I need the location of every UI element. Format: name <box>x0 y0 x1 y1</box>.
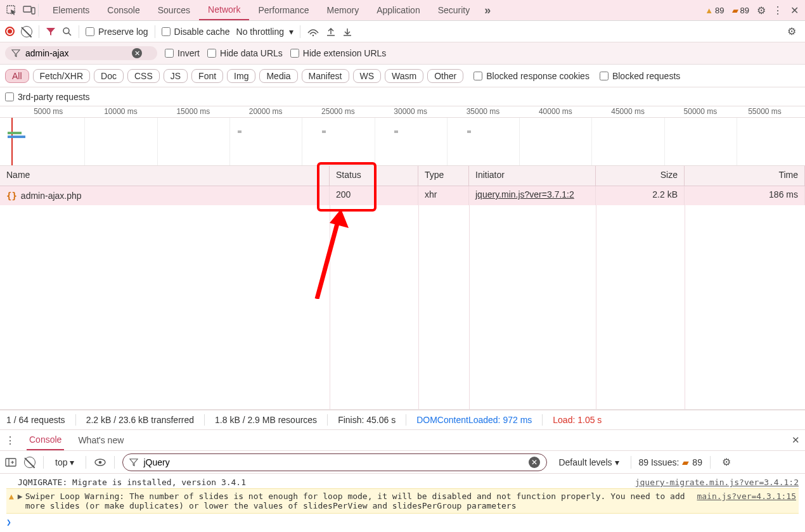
clear-console-filter-icon[interactable]: ✕ <box>529 457 540 468</box>
blocked-cookies-label: Blocked response cookies <box>486 71 589 81</box>
tick: 30000 ms <box>394 107 427 116</box>
tick: 45000 ms <box>611 107 645 116</box>
search-icon[interactable] <box>62 27 72 37</box>
blocked-cookies-input[interactable] <box>473 72 482 80</box>
warnings-badge[interactable]: ▲ 89 <box>705 6 724 15</box>
console-warning-line[interactable]: ▲ ▶ Swiper Loop Warning: The number of s… <box>6 488 799 514</box>
third-party-checkbox[interactable]: 3rd-party requests <box>5 92 90 102</box>
filter-input-wrap[interactable]: ✕ <box>5 46 157 60</box>
initiator-link[interactable]: jquery.min.js?ver=3.7.1:2 <box>475 189 574 200</box>
cell-type: xhr <box>418 186 469 205</box>
clear-button[interactable] <box>21 26 32 37</box>
tab-elements[interactable]: Elements <box>44 1 98 20</box>
log-source-link[interactable]: jquery-migrate.min.js?ver=3.4.1:2 <box>635 478 799 487</box>
issues-link[interactable]: 89 Issues: ▰ 89 <box>639 457 702 467</box>
invert-checkbox[interactable]: Invert <box>165 48 200 58</box>
cell-size: 2.2 kB <box>596 186 685 205</box>
console-prompt[interactable]: ❯ <box>6 514 799 527</box>
annotation-arrow-icon <box>304 204 361 299</box>
kebab-menu-icon[interactable]: ⋮ <box>770 4 786 16</box>
preserve-log-input[interactable] <box>86 27 94 36</box>
tab-memory[interactable]: Memory <box>318 1 368 20</box>
drawer-tab-whatsnew[interactable]: What's new <box>75 431 126 450</box>
chip-media[interactable]: Media <box>259 69 297 83</box>
tab-sources[interactable]: Sources <box>149 1 199 20</box>
filter-toggle-icon[interactable] <box>46 27 56 37</box>
issues-count: 89 <box>692 457 702 467</box>
log-levels-select[interactable]: Default levels ▾ <box>555 456 622 469</box>
col-size[interactable]: Size <box>596 166 685 186</box>
chip-doc[interactable]: Doc <box>94 69 124 83</box>
hide-data-urls-input[interactable] <box>207 49 216 58</box>
chip-wasm[interactable]: Wasm <box>385 69 423 83</box>
execution-context-select[interactable]: top ▾ <box>51 456 78 469</box>
col-name[interactable]: Name <box>0 166 330 186</box>
hide-ext-urls-input[interactable] <box>290 49 299 58</box>
throttling-select[interactable]: No throttling ▾ <box>236 27 293 37</box>
inspect-icon[interactable] <box>3 1 20 19</box>
col-time[interactable]: Time <box>685 166 805 186</box>
console-settings-icon[interactable]: ⚙ <box>718 456 735 468</box>
log-message: Swiper Loop Warning: The number of slide… <box>25 491 690 510</box>
disable-cache-label: Disable cache <box>174 27 230 37</box>
settings-icon[interactable]: ⚙ <box>753 4 770 16</box>
network-conditions-icon[interactable] <box>307 27 319 37</box>
col-initiator[interactable]: Initiator <box>469 166 596 186</box>
tab-console[interactable]: Console <box>98 1 148 20</box>
disable-cache-input[interactable] <box>162 27 171 36</box>
chip-ws[interactable]: WS <box>353 69 382 83</box>
chip-manifest[interactable]: Manifest <box>302 69 349 83</box>
clear-console-icon[interactable] <box>24 457 35 468</box>
hide-data-urls-label: Hide data URLs <box>220 48 283 58</box>
col-type[interactable]: Type <box>418 166 469 186</box>
tick: 50000 ms <box>684 107 718 116</box>
preserve-log-checkbox[interactable]: Preserve log <box>86 27 148 37</box>
download-har-icon[interactable] <box>342 27 352 37</box>
timeline-ruler[interactable]: 5000 ms 10000 ms 15000 ms 20000 ms 25000… <box>0 106 805 118</box>
console-body: JQMIGRATE: Migrate is installed, version… <box>0 474 805 532</box>
console-filter-input[interactable] <box>143 457 524 467</box>
chip-font[interactable]: Font <box>191 69 223 83</box>
console-filter[interactable]: ✕ <box>122 453 547 471</box>
issues-badge[interactable]: ▰ 89 <box>732 6 749 15</box>
more-tabs-icon[interactable]: » <box>479 1 496 19</box>
third-party-input[interactable] <box>5 92 14 101</box>
chip-fetch-xhr[interactable]: Fetch/XHR <box>33 69 90 83</box>
disclosure-triangle-icon[interactable]: ▶ <box>18 491 23 510</box>
clear-filter-icon[interactable]: ✕ <box>132 48 142 58</box>
chip-js[interactable]: JS <box>164 69 188 83</box>
record-button[interactable] <box>5 27 15 36</box>
close-drawer-icon[interactable]: ✕ <box>792 434 800 446</box>
tab-security[interactable]: Security <box>429 1 479 20</box>
tab-performance[interactable]: Performance <box>249 1 318 20</box>
cell-initiator: jquery.min.js?ver=3.7.1:2 <box>469 186 596 205</box>
live-expression-icon[interactable] <box>94 458 106 467</box>
drawer-tab-console[interactable]: Console <box>27 430 64 450</box>
chip-css[interactable]: CSS <box>127 69 160 83</box>
network-settings-icon[interactable]: ⚙ <box>783 25 800 37</box>
console-log-line[interactable]: JQMIGRATE: Migrate is installed, version… <box>6 476 799 488</box>
drawer-kebab-icon[interactable]: ⋮ <box>5 434 15 446</box>
close-devtools-icon[interactable]: ✕ <box>786 4 802 16</box>
blocked-requests-input[interactable] <box>600 72 609 80</box>
hide-data-urls-checkbox[interactable]: Hide data URLs <box>207 48 283 58</box>
console-sidebar-toggle-icon[interactable] <box>5 457 16 467</box>
blocked-cookies-checkbox[interactable]: Blocked response cookies <box>473 71 589 81</box>
tab-application[interactable]: Application <box>368 1 429 20</box>
filter-input[interactable] <box>25 48 127 58</box>
status-resources: 1.8 kB / 2.9 MB resources <box>215 415 317 425</box>
chip-other[interactable]: Other <box>427 69 463 83</box>
timeline-overview[interactable] <box>0 118 805 166</box>
disable-cache-checkbox[interactable]: Disable cache <box>162 27 230 37</box>
chip-all[interactable]: All <box>5 69 29 83</box>
log-source-link[interactable]: main.js?ver=4.3.1:15 <box>697 491 796 510</box>
table-row[interactable]: {} admin-ajax.php 200 xhr jquery.min.js?… <box>0 186 805 205</box>
device-toggle-icon[interactable] <box>20 1 38 19</box>
blocked-requests-checkbox[interactable]: Blocked requests <box>600 71 680 81</box>
invert-input[interactable] <box>165 49 174 58</box>
tab-network[interactable]: Network <box>199 0 249 20</box>
hide-ext-urls-checkbox[interactable]: Hide extension URLs <box>290 48 387 58</box>
chip-img[interactable]: Img <box>227 69 255 83</box>
throttling-value: No throttling <box>236 27 284 37</box>
upload-har-icon[interactable] <box>326 27 336 37</box>
